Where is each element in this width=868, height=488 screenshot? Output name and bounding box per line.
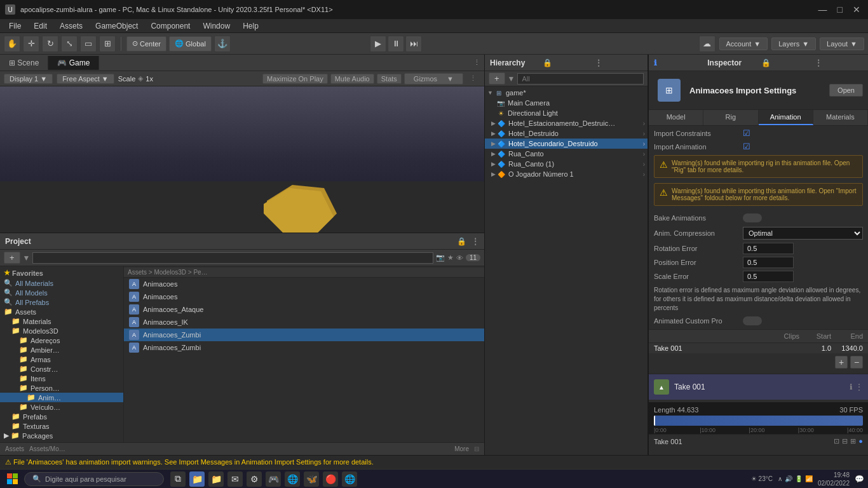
taskbar-task-view[interactable]: ⧉ — [170, 471, 186, 487]
tree-prefabs[interactable]: 📁 Prefabs — [0, 412, 123, 421]
bottom-icon-1[interactable]: ⊡ — [834, 437, 839, 445]
menu-file[interactable]: File — [3, 20, 27, 32]
hierarchy-menu-icon[interactable]: ⋮ — [595, 58, 642, 67]
tree-item-hotel-sec[interactable]: ▶ 🔷 Hotel_Secundario_Destruido › — [485, 139, 648, 149]
file-animacoes-1[interactable]: A Animacoes — [124, 278, 484, 290]
hierarchy-search-input[interactable] — [517, 73, 644, 85]
file-animacoes-zumbi-1[interactable]: A Animacoes_Zumbi — [124, 329, 484, 341]
maximize-button[interactable]: □ — [835, 4, 845, 15]
tab-animation[interactable]: Animation — [759, 110, 813, 125]
tab-rig[interactable]: Rig — [703, 110, 758, 125]
menu-window[interactable]: Window — [196, 20, 236, 32]
project-eye-btn[interactable]: 👁 — [456, 254, 463, 262]
proj-slider-icon[interactable]: ⊟ — [474, 445, 479, 452]
rotation-error-input[interactable] — [743, 243, 794, 254]
tree-item-rua-canto-1[interactable]: ▶ 🔷 Rua_Canto (1) › — [485, 159, 648, 169]
project-lock-icon[interactable]: 🔒 — [457, 237, 466, 246]
gizmos-btn[interactable]: Gizmos ▼ — [404, 73, 463, 85]
fav-all-prefabs[interactable]: 🔍 All Prefabs — [0, 297, 123, 307]
tree-item-hotel-est[interactable]: ▶ 🔷 Hotel_Estacionamento_Destruic… › — [485, 118, 648, 128]
project-filter-btn[interactable]: 📷 — [436, 254, 445, 262]
sys-icon-3[interactable]: 🔋 — [795, 475, 803, 482]
game-viewport[interactable] — [0, 86, 484, 233]
scene-tab[interactable]: ⊞ Scene — [0, 56, 48, 70]
tree-item-jogador[interactable]: ▶ 🔶 O Jogador Número 1 › — [485, 169, 648, 179]
proj-bottom-assets[interactable]: Assets — [5, 445, 24, 452]
bottom-icon-2[interactable]: ⊟ — [842, 437, 848, 445]
tree-item-rua-canto[interactable]: ▶ 🔷 Rua_Canto › — [485, 149, 648, 159]
menu-component[interactable]: Component — [144, 20, 196, 32]
layers-button[interactable]: Layers ▼ — [771, 37, 816, 50]
file-animacoes-zumbi-2[interactable]: A Animacoes_Zumbi — [124, 341, 484, 354]
mute-btn[interactable]: Mute Audio — [330, 74, 374, 84]
tree-itens[interactable]: 📁 Itens — [0, 374, 123, 383]
pivot-button[interactable]: ⊙ Center — [126, 36, 166, 51]
maximize-btn[interactable]: Maximize On Play — [262, 74, 328, 84]
project-star-btn[interactable]: ★ — [447, 254, 454, 262]
warning-message[interactable]: ⚠ File 'Animacoes' has animation import … — [5, 458, 863, 466]
tree-packages[interactable]: ▶ 📁 Packages — [0, 431, 123, 440]
game-tab[interactable]: 🎮 Game — [48, 56, 99, 70]
tree-texturas[interactable]: 📁 Texturas — [0, 421, 123, 431]
position-error-input[interactable] — [743, 257, 794, 268]
hierarchy-lock-icon[interactable]: 🔒 — [543, 58, 590, 67]
file-animacoes-ik[interactable]: A Animacoes_IK — [124, 316, 484, 329]
taskbar-icon-4[interactable]: ⚙ — [247, 471, 262, 487]
taskbar-icon-6[interactable]: 🌐 — [285, 471, 300, 487]
notification-btn[interactable]: 💬 — [855, 475, 864, 484]
menu-edit[interactable]: Edit — [27, 20, 53, 32]
bottom-icon-4[interactable]: ● — [858, 437, 863, 445]
taskbar-icon-5[interactable]: 🎮 — [266, 471, 281, 487]
nav-arrow-1[interactable]: › — [643, 120, 645, 127]
tree-item-game[interactable]: ▼ ⊞ game* — [485, 88, 648, 98]
scale-error-input[interactable] — [743, 271, 794, 282]
scene-tab-menu[interactable]: ⋮ — [473, 58, 480, 67]
animated-custom-toggle[interactable] — [743, 316, 762, 325]
scene-menu-icon[interactable]: ⋮ — [466, 74, 480, 83]
proj-bottom-more[interactable]: More — [454, 445, 469, 452]
rect-tool[interactable]: ▭ — [80, 36, 97, 52]
project-search-btn[interactable]: ▼ — [23, 254, 31, 262]
sys-icon-2[interactable]: 🔊 — [785, 475, 792, 482]
tab-model[interactable]: Model — [649, 110, 703, 125]
take-info-icon[interactable]: ℹ — [850, 383, 853, 391]
tree-anim[interactable]: 📁 Anim… — [0, 393, 123, 402]
project-search-input[interactable] — [32, 252, 433, 264]
layout-button[interactable]: Layout ▼ — [820, 37, 864, 50]
menu-assets[interactable]: Assets — [53, 20, 89, 32]
tree-aderecos[interactable]: 📁 Adereços — [0, 336, 123, 345]
import-constraints-checkbox[interactable]: ☑ — [743, 128, 750, 138]
inspector-lock-icon[interactable]: 🔒 — [761, 58, 810, 67]
anim-compression-select[interactable]: Optimal — [743, 227, 863, 240]
tree-materials[interactable]: 📁 Materials — [0, 316, 123, 326]
tree-modelos3d[interactable]: 📁 Modelos3D — [0, 326, 123, 336]
play-button[interactable]: ▶ — [370, 36, 386, 52]
taskbar-time[interactable]: 19:48 02/02/2022 — [818, 471, 850, 487]
display-button[interactable]: Display 1 ▼ — [4, 74, 53, 84]
windows-start-button[interactable] — [4, 471, 22, 487]
taskbar-icon-8[interactable]: 🔴 — [323, 471, 338, 487]
sys-icon-4[interactable]: 📶 — [805, 475, 813, 482]
tree-item-hotel-dest[interactable]: ▶ 🔷 Hotel_Destruido › — [485, 128, 648, 139]
minimize-button[interactable]: — — [816, 4, 830, 15]
space-button[interactable]: 🌐 Global — [169, 36, 212, 51]
fav-all-models[interactable]: 🔍 All Models — [0, 288, 123, 297]
bake-animations-toggle[interactable] — [743, 214, 762, 222]
timeline-track[interactable] — [654, 416, 863, 426]
take-menu-icon[interactable]: ⋮ — [855, 383, 863, 391]
tree-person[interactable]: 📁 Person… — [0, 383, 123, 393]
nav-arrow-5[interactable]: › — [643, 161, 645, 168]
clips-add-btn[interactable]: + — [835, 356, 848, 369]
hierarchy-down-icon[interactable]: ▼ — [508, 74, 515, 83]
import-animation-checkbox[interactable]: ☑ — [743, 142, 750, 151]
fav-all-materials[interactable]: 🔍 All Materials — [0, 278, 123, 288]
account-button[interactable]: Account ▼ — [719, 37, 768, 50]
tree-ambier[interactable]: 📁 Ambier… — [0, 345, 123, 355]
scale-tool[interactable]: ⤡ — [61, 36, 78, 52]
hand-tool[interactable]: ✋ — [4, 36, 20, 52]
taskbar-icon-7[interactable]: 🦋 — [304, 471, 319, 487]
taskbar-icon-2[interactable]: 📁 — [208, 471, 224, 487]
tree-assets[interactable]: 📁 Assets — [0, 307, 123, 316]
taskbar-icon-3[interactable]: ✉ — [227, 471, 243, 487]
extra-tool[interactable]: ⚓ — [214, 36, 231, 52]
